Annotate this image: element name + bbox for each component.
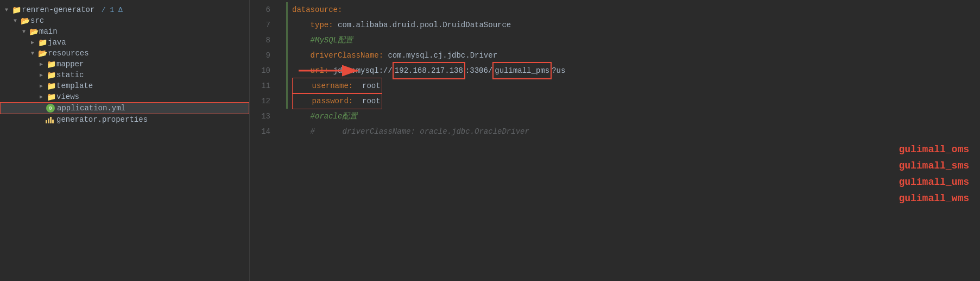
line-num-8: 8 [250,33,270,48]
folder-icon: 📂 [21,16,29,25]
code-line-13: #oracle配置 [292,109,980,124]
code-line-9: driverClassName: com.mysql.cj.jdbc.Drive… [292,48,980,63]
db-option-sms: gulimall_sms [899,158,969,174]
bar-chart-icon [46,116,54,123]
sidebar-item-template[interactable]: ▶ 📁 template [0,80,249,91]
code-token: driverClassName: [292,48,388,63]
line-num-14: 14 [250,124,270,139]
folder-icon: 📂 [29,27,38,36]
expand-arrow-icon: ▼ [2,5,11,14]
sidebar-item-generator-properties[interactable]: generator.properties [0,114,249,125]
expand-arrow-icon: ▼ [11,16,20,25]
code-token: com.mysql.cj.jdbc.Driver [388,48,497,63]
collapse-arrow-icon: ▶ [28,38,37,47]
code-token: :3306/ [465,63,492,78]
db-value: gulimall_pms [495,66,549,75]
code-token: # driverClassName: oracle.jdbc.OracleDri… [292,124,529,139]
line-num-7: 7 [250,17,270,33]
username-line: username: root [292,78,382,94]
folder-label: mapper [56,60,84,68]
sidebar-item-main[interactable]: ▼ 📂 main [0,26,249,37]
line-num-13: 13 [250,109,270,124]
folder-label: views [56,92,79,101]
code-token: type: [292,17,338,33]
code-token: jdbc:mysql:// [333,63,393,78]
code-line-7: type: com.alibaba.druid.pool.DruidDataSo… [292,17,980,33]
folder-icon: 📁 [47,71,55,79]
collapse-arrow-icon: ▶ [37,60,46,68]
sidebar-item-resources[interactable]: ▼ 📂 resources [0,48,249,59]
file-label: generator.properties [56,115,148,124]
code-line-10: url: jdbc:mysql:// 192.168.217.138 :3306… [292,63,980,78]
project-root[interactable]: ▼ 📁 renren-generator / 1 Δ [0,4,249,15]
code-token: root [362,97,381,105]
code-line-11: username: root [292,78,980,93]
file-label: application.yml [57,104,125,113]
db-highlight: gulimall_pms [492,62,552,79]
code-token: ?us [552,63,565,78]
db-options-annotation: gulimall_oms gulimall_sms gulimall_ums g… [899,141,969,207]
project-name: renren-generator / 1 Δ [22,5,123,14]
code-lines: datasource: type: com.alibaba.druid.pool… [288,0,980,281]
sidebar-item-mapper[interactable]: ▶ 📁 mapper [0,59,249,70]
collapse-arrow-icon: ▶ [37,82,46,90]
folder-icon: 📁 [47,92,55,101]
line-numbers: 6 7 8 9 10 11 12 13 14 [250,0,277,281]
password-line: password: root [292,93,382,109]
code-line-12: password: root [292,93,980,109]
folder-icon: 📁 [38,38,47,47]
folder-icon: 📁 [47,60,55,68]
code-token: #MySQL配置 [292,33,353,48]
code-line-8: #MySQL配置 [292,33,980,48]
sidebar-item-views[interactable]: ▶ 📁 views [0,91,249,102]
folder-icon: 📁 [47,82,55,90]
code-token: url: [292,63,333,78]
delta-badge: / 1 Δ [102,6,123,14]
code-token: datasource: [292,2,342,17]
line-num-10: 10 [250,63,270,78]
username-highlight: username: root [292,78,382,94]
folder-label: static [56,71,84,79]
code-token: #oracle配置 [292,109,357,124]
code-token: username: [294,82,358,90]
db-option-ums: gulimall_ums [899,174,969,190]
db-option-wms: gulimall_wms [899,190,969,207]
code-token: password: [294,97,358,105]
sidebar-item-static[interactable]: ▶ 📁 static [0,70,249,80]
sidebar-item-src[interactable]: ▼ 📂 src [0,15,249,26]
password-highlight: password: root [292,93,382,109]
line-num-9: 9 [250,48,270,63]
line-num-6: 6 [250,2,270,17]
project-icon: 📁 [12,5,21,14]
sidebar-item-java[interactable]: ▶ 📁 java [0,37,249,48]
expand-arrow-icon: ▼ [28,49,37,58]
folder-icon: 📂 [38,49,47,58]
folder-label: java [48,38,66,47]
code-token: root [362,82,381,90]
expand-arrow-icon: ▼ [20,27,28,36]
ip-value: 192.168.217.138 [395,66,463,75]
spring-icon: ⚙ [46,104,55,113]
folder-label: src [30,16,44,25]
collapse-arrow-icon: ▶ [37,71,46,79]
folder-label: resources [48,49,89,58]
code-editor: 6 7 8 9 10 11 12 13 14 datasource: [250,0,980,281]
file-tree: ▼ 📁 renren-generator / 1 Δ ▼ 📂 src ▼ 📂 m… [0,0,250,281]
line-num-11: 11 [250,78,270,93]
db-option-oms: gulimall_oms [899,141,969,158]
line-num-12: 12 [250,93,270,109]
code-line-6: datasource: [292,2,980,17]
ip-highlight: 192.168.217.138 [393,62,465,79]
code-token: com.alibaba.druid.pool.DruidDataSource [338,17,511,33]
sidebar-item-application-yml[interactable]: ⚙ application.yml [0,102,249,114]
collapse-arrow-icon: ▶ [37,92,46,101]
folder-label: template [56,82,93,90]
code-line-14: # driverClassName: oracle.jdbc.OracleDri… [292,124,980,139]
git-gutter [277,0,288,281]
folder-label: main [39,27,58,36]
